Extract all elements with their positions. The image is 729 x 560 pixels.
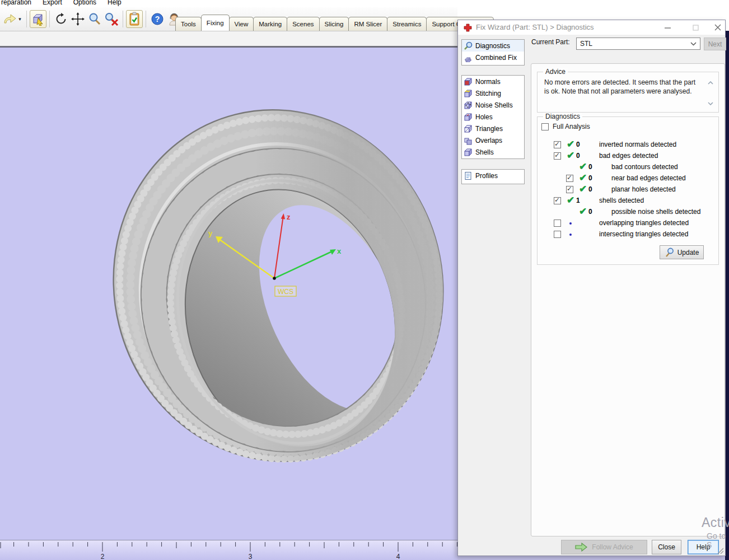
nav-label: Overlaps (475, 137, 502, 144)
nav-item-holes[interactable]: Holes (462, 111, 524, 123)
help-button[interactable]: ? (149, 10, 166, 28)
row-checkbox[interactable] (566, 175, 573, 182)
pending-dot-icon (569, 234, 572, 236)
advice-scroll-down[interactable] (707, 100, 714, 108)
nav-item-shells[interactable]: Shells (462, 146, 524, 158)
row-label: overlapping triangles detected (599, 219, 689, 227)
current-part-label: Current Part: (531, 38, 570, 46)
bottom-sliver (457, 556, 725, 560)
nav-item-triangles[interactable]: Triangles (462, 123, 524, 134)
axis-x-label: x (337, 247, 342, 255)
nav-item-diagnostics[interactable]: Diagnostics (462, 40, 524, 52)
tab-streamics[interactable]: Streamics (387, 17, 427, 31)
tab-slicing[interactable]: Slicing (319, 17, 349, 31)
checklist-icon (128, 12, 141, 26)
row-label: bad contours detected (611, 163, 678, 171)
rotate-view-button[interactable] (53, 10, 69, 28)
menu-help[interactable]: Help (108, 0, 121, 7)
zoom-icon (88, 12, 101, 26)
row-count: 0 (588, 208, 600, 216)
ruler-label-2: 2 (101, 553, 105, 560)
pan-view-button[interactable] (69, 10, 86, 28)
noise-shells-cube-icon (464, 101, 473, 110)
checklist-button[interactable] (126, 10, 143, 28)
nav-label: Normals (475, 78, 501, 86)
wizard-nav-group-3: Profiles (461, 169, 525, 184)
chevron-down-icon (690, 42, 697, 46)
ok-check-icon: ✔ (579, 172, 587, 183)
nav-item-profiles[interactable]: Profiles (462, 170, 524, 181)
wizard-nav-group-1: Diagnostics Combined Fix (461, 39, 525, 66)
wcs-label: WCS (278, 288, 293, 296)
redo-arrow-icon[interactable]: ▾ (1, 10, 24, 28)
unzoom-icon (104, 12, 119, 26)
diagnostic-row: ✔ 1 shells detected (537, 195, 719, 206)
row-checkbox[interactable] (554, 197, 561, 204)
current-part-combobox[interactable]: STL (576, 38, 700, 50)
advice-scroll-up[interactable] (707, 79, 714, 87)
tab-tools[interactable]: Tools (175, 17, 202, 31)
full-analysis-label: Full Analysis (553, 123, 590, 130)
row-count: 0 (576, 141, 587, 148)
axis-z-label: z (287, 213, 291, 221)
nav-item-overlaps[interactable]: Overlaps (462, 134, 524, 146)
3d-viewport[interactable]: z x y WCS (0, 48, 457, 540)
resize-grip[interactable] (716, 546, 723, 554)
nav-item-stitching[interactable]: Stitching (462, 87, 524, 99)
nav-item-noise-shells[interactable]: Noise Shells (462, 99, 524, 111)
toolbar-separator (49, 11, 50, 27)
help-dialog-button[interactable]: Help (688, 540, 719, 554)
tab-view[interactable]: View (229, 17, 254, 31)
row-checkbox[interactable] (554, 231, 561, 238)
ok-check-icon: ✔ (579, 184, 587, 194)
dialog-title: Fix Wizard (Part: STL) > Diagnostics (476, 20, 594, 35)
diagnostics-rows: ✔ 0 inverted normals detected ✔ 0 bad ed… (537, 139, 719, 240)
menu-preparation[interactable]: reparation (1, 0, 31, 7)
dropdown-caret-icon[interactable]: ▾ (18, 16, 21, 22)
nav-label: Stitching (475, 90, 501, 97)
update-button[interactable]: Update (660, 245, 704, 259)
ribbon-content-strip (0, 31, 457, 48)
ok-check-icon: ✔ (579, 161, 587, 172)
full-analysis-checkbox[interactable] (541, 123, 549, 130)
maximize-button[interactable] (683, 20, 708, 35)
fix-wizard-icon (464, 24, 472, 32)
row-label: shells detected (599, 197, 644, 204)
menu-export[interactable]: Export (43, 0, 62, 7)
holes-cube-icon (464, 113, 473, 122)
unzoom-button[interactable] (103, 10, 120, 28)
tab-marking[interactable]: Marking (253, 17, 287, 31)
row-checkbox[interactable] (554, 220, 561, 227)
row-label: possible noise shells detected (611, 208, 700, 216)
dialog-titlebar[interactable]: Fix Wizard (Part: STL) > Diagnostics (458, 20, 725, 35)
ring-model: z x y WCS (0, 48, 457, 540)
zoom-button[interactable] (86, 10, 103, 28)
tab-rm-slicer[interactable]: RM Slicer (348, 17, 387, 31)
follow-advice-button[interactable]: Follow Advice (561, 540, 647, 554)
toolbar-separator (146, 11, 146, 27)
diagnostic-row: ✔ 0 planar holes detected (537, 184, 719, 195)
menu-options[interactable]: Options (73, 0, 96, 7)
nav-item-normals[interactable]: Normals (462, 76, 524, 87)
triangles-cube-icon (464, 124, 473, 133)
row-checkbox[interactable] (566, 186, 573, 193)
close-button[interactable]: Close (652, 540, 681, 554)
row-count: 0 (588, 174, 600, 182)
row-count: 0 (588, 163, 600, 171)
tab-fixing[interactable]: Fixing (201, 15, 230, 31)
nav-label: Diagnostics (475, 42, 510, 50)
close-window-button[interactable] (709, 20, 726, 35)
tab-scenes[interactable]: Scenes (287, 17, 319, 31)
redo-arrow-glyph (3, 13, 18, 25)
wizard-nav-group-2: Normals Stitching Noi (461, 75, 525, 159)
select-part-button[interactable] (30, 10, 46, 28)
nav-item-combined-fix[interactable]: Combined Fix (462, 52, 524, 63)
nav-label: Shells (475, 148, 494, 156)
row-checkbox[interactable] (554, 152, 561, 160)
next-button[interactable]: Next (704, 38, 726, 50)
minimize-button[interactable] (655, 20, 680, 35)
profiles-document-icon (464, 171, 473, 180)
advice-text: No more errors are detected. It seems th… (538, 72, 718, 96)
toolbar-separator (123, 11, 123, 27)
row-checkbox[interactable] (554, 141, 561, 148)
